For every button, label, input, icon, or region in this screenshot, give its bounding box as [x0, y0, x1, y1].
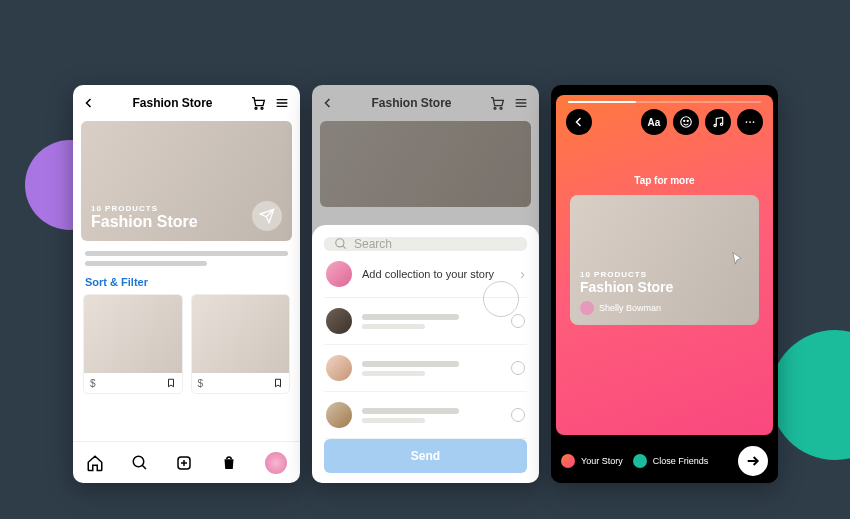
select-radio[interactable]	[511, 314, 525, 328]
price-label: $	[198, 378, 204, 389]
avatar	[326, 261, 352, 287]
svg-point-22	[746, 121, 748, 123]
home-icon[interactable]	[86, 454, 104, 472]
story-background: Aa Tap for more 10 PRODUCTS Fashion Stor…	[556, 95, 773, 435]
collection-hero[interactable]: 10 PRODUCTS Fashion Store	[81, 121, 292, 241]
back-button[interactable]	[566, 109, 592, 135]
add-icon[interactable]	[175, 454, 193, 472]
product-image	[84, 295, 182, 373]
product-count: 10 PRODUCTS	[580, 270, 749, 279]
shop-icon[interactable]	[220, 454, 238, 472]
close-friends-button[interactable]: Close Friends	[633, 454, 709, 468]
svg-point-5	[133, 456, 144, 467]
select-radio[interactable]	[511, 408, 525, 422]
svg-point-15	[336, 239, 344, 247]
author-name: Shelly Bowman	[599, 303, 661, 313]
story-progress-bar	[568, 101, 761, 103]
back-icon[interactable]	[83, 97, 95, 109]
your-story-button[interactable]: Your Story	[561, 454, 623, 468]
text-tool-icon[interactable]: Aa	[641, 109, 667, 135]
phone-store: Fashion Store 10 PRODUCTS Fashion Store …	[73, 85, 300, 483]
header: Fashion Store	[312, 85, 539, 121]
menu-icon[interactable]	[274, 95, 290, 111]
recipient-row[interactable]	[324, 392, 527, 439]
svg-point-20	[714, 124, 716, 126]
add-to-story-row[interactable]: Add collection to your story ›	[324, 251, 527, 298]
recipient-row[interactable]	[324, 298, 527, 345]
search-icon[interactable]	[131, 454, 149, 472]
svg-point-23	[749, 121, 751, 123]
svg-line-6	[142, 465, 146, 469]
product-card[interactable]: $	[83, 294, 183, 394]
svg-point-21	[720, 123, 722, 125]
phone-story: Aa Tap for more 10 PRODUCTS Fashion Stor…	[551, 85, 778, 483]
svg-point-11	[500, 107, 502, 109]
search-input[interactable]: Search	[324, 237, 527, 251]
svg-point-18	[684, 120, 685, 121]
page-title: Fashion Store	[103, 96, 242, 110]
product-grid: $ $	[73, 294, 300, 394]
cursor-icon	[727, 250, 747, 270]
chevron-right-icon: ›	[520, 266, 525, 282]
page-title: Fashion Store	[342, 96, 481, 110]
add-story-label: Add collection to your story	[362, 268, 510, 280]
collection-name: Fashion Store	[580, 279, 749, 295]
svg-point-17	[681, 117, 692, 128]
recipient-name-placeholder	[362, 361, 501, 376]
select-radio[interactable]	[511, 361, 525, 375]
bottom-nav	[73, 441, 300, 483]
recipient-name-placeholder	[362, 408, 501, 423]
recipient-name-placeholder	[362, 314, 501, 329]
svg-point-24	[753, 121, 755, 123]
sticker-icon[interactable]	[673, 109, 699, 135]
share-button[interactable]	[252, 201, 282, 231]
cart-icon[interactable]	[489, 95, 505, 111]
send-button[interactable]: Send	[324, 439, 527, 473]
avatar	[326, 402, 352, 428]
music-icon[interactable]	[705, 109, 731, 135]
cart-icon[interactable]	[250, 95, 266, 111]
story-bottom-bar: Your Story Close Friends	[551, 439, 778, 483]
price-label: $	[90, 378, 96, 389]
profile-avatar[interactable]	[265, 452, 287, 474]
author-avatar	[580, 301, 594, 315]
svg-line-16	[343, 246, 346, 249]
next-button[interactable]	[738, 446, 768, 476]
phone-share: Fashion Store Search Add collection to y…	[312, 85, 539, 483]
avatar	[326, 355, 352, 381]
avatar	[326, 308, 352, 334]
svg-point-1	[261, 107, 263, 109]
menu-icon[interactable]	[513, 95, 529, 111]
collection-hero-dimmed	[320, 121, 531, 207]
bookmark-icon[interactable]	[273, 377, 283, 389]
search-icon	[334, 237, 348, 251]
svg-point-0	[255, 107, 257, 109]
header: Fashion Store	[73, 85, 300, 121]
sort-filter-button[interactable]: Sort & Filter	[85, 276, 288, 288]
share-sheet: Search Add collection to your story ›	[312, 225, 539, 483]
description-placeholder	[85, 251, 288, 266]
svg-point-10	[494, 107, 496, 109]
more-icon[interactable]	[737, 109, 763, 135]
back-icon[interactable]	[322, 97, 334, 109]
tap-hint: Tap for more	[556, 175, 773, 186]
recipient-row[interactable]	[324, 345, 527, 392]
search-placeholder: Search	[354, 237, 392, 251]
product-card[interactable]: $	[191, 294, 291, 394]
product-image	[192, 295, 290, 373]
bookmark-icon[interactable]	[166, 377, 176, 389]
author-row: Shelly Bowman	[580, 301, 749, 315]
svg-point-19	[687, 120, 688, 121]
